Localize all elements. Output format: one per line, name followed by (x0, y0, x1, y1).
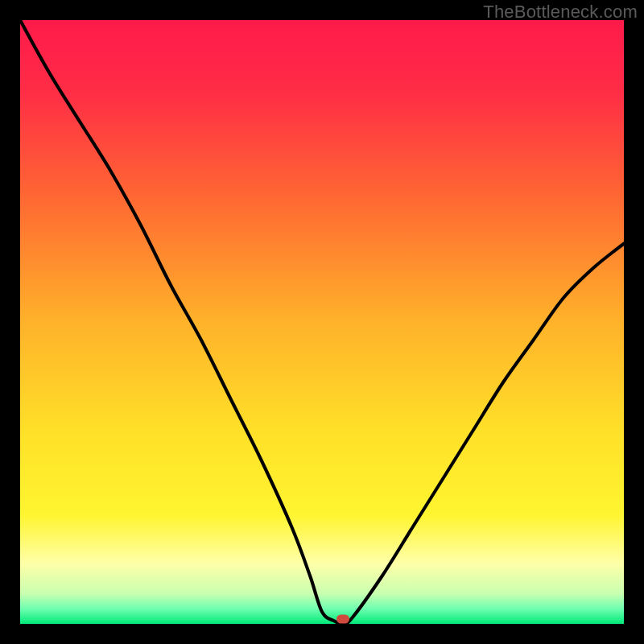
chart-frame: TheBottleneck.com (0, 0, 644, 644)
plot-area (20, 20, 624, 624)
attribution-label: TheBottleneck.com (483, 2, 638, 23)
bottleneck-curve (20, 20, 624, 624)
minimum-point-marker (336, 615, 349, 624)
